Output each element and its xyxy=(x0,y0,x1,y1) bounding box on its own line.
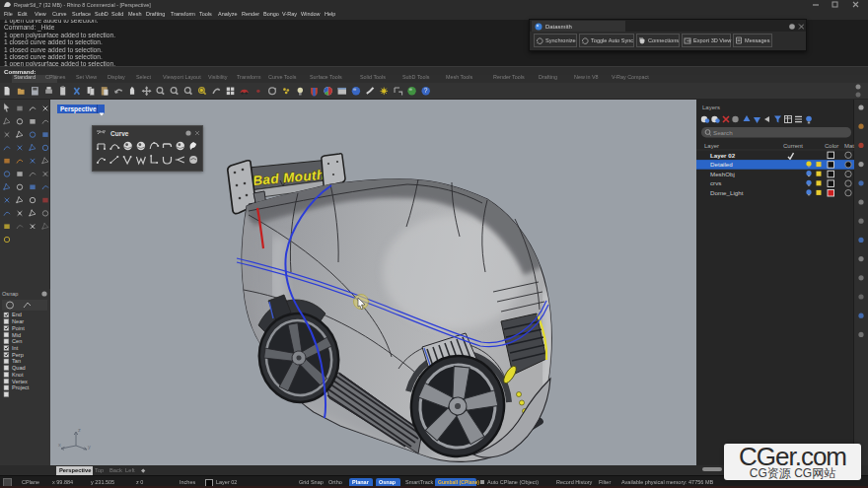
svg-text:?: ? xyxy=(424,87,428,94)
svg-text:Dome_Light: Dome_Light xyxy=(710,189,744,196)
svg-text:Quad: Quad xyxy=(12,365,26,371)
svg-text:Mat: Mat xyxy=(844,143,854,149)
svg-text:Mid: Mid xyxy=(12,332,21,338)
svg-text:Knot: Knot xyxy=(12,372,24,378)
svg-text:Layers: Layers xyxy=(702,105,720,110)
svg-text:Perp: Perp xyxy=(12,352,24,358)
svg-text:Vertex: Vertex xyxy=(12,379,28,384)
svg-text:Search: Search xyxy=(713,129,733,136)
svg-text:Color: Color xyxy=(825,143,838,149)
svg-text:Layer: Layer xyxy=(704,143,719,149)
svg-text:Near: Near xyxy=(12,318,24,324)
svg-text:y: y xyxy=(88,444,91,450)
svg-text:Osnap: Osnap xyxy=(2,291,18,297)
svg-text:End: End xyxy=(12,312,22,317)
svg-text:z: z xyxy=(78,427,81,433)
svg-text:Cen: Cen xyxy=(12,338,22,344)
svg-text:Project: Project xyxy=(12,384,30,390)
svg-text:Tan: Tan xyxy=(12,358,21,364)
svg-text:Current: Current xyxy=(783,143,803,149)
svg-text:Int: Int xyxy=(12,345,19,351)
svg-text:MeshObj: MeshObj xyxy=(710,171,735,177)
svg-text:Detailed: Detailed xyxy=(710,161,733,168)
svg-text:Layer 02: Layer 02 xyxy=(710,152,736,159)
svg-text:x: x xyxy=(58,442,61,448)
svg-text:Curve: Curve xyxy=(110,130,129,137)
svg-text:Point: Point xyxy=(12,325,25,331)
svg-text:crvs: crvs xyxy=(710,179,721,186)
